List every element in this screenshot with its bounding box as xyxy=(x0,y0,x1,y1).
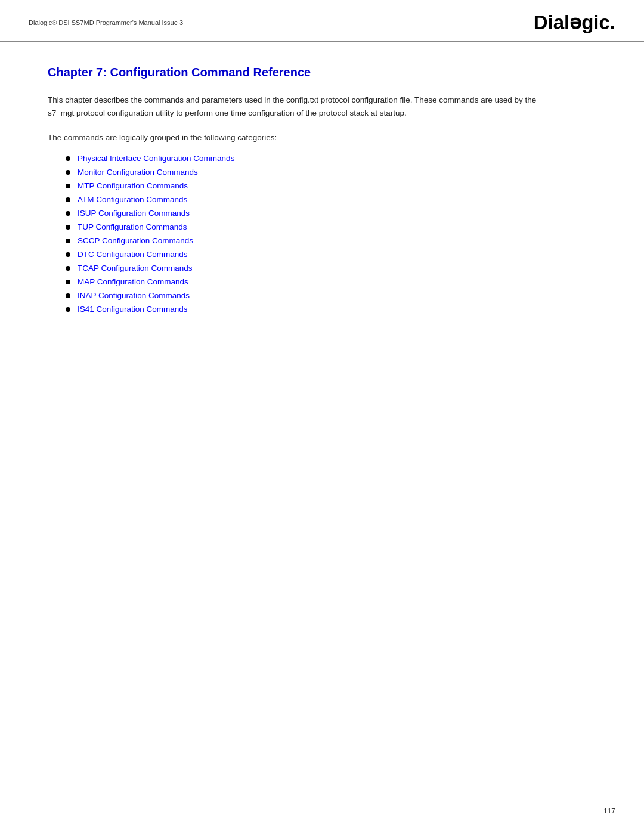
list-item-link-map[interactable]: MAP Configuration Commands xyxy=(78,277,188,286)
footer-line xyxy=(544,803,615,803)
page-number: 117 xyxy=(603,807,615,815)
bullet-dot xyxy=(66,156,70,161)
main-content: Chapter 7: Configuration Command Referen… xyxy=(0,42,644,354)
list-item-link-monitor[interactable]: Monitor Configuration Commands xyxy=(78,168,198,176)
list-item-link-inap[interactable]: INAP Configuration Commands xyxy=(78,291,190,300)
list-item: DTC Configuration Commands xyxy=(66,250,596,259)
list-item: MTP Configuration Commands xyxy=(66,181,596,190)
list-item: MAP Configuration Commands xyxy=(66,277,596,286)
chapter-intro-text: The commands are logically grouped in th… xyxy=(48,131,596,144)
bullet-dot xyxy=(66,293,70,298)
list-item: Physical Interface Configuration Command… xyxy=(66,154,596,163)
page-footer: 117 xyxy=(544,803,615,815)
list-item: TCAP Configuration Commands xyxy=(66,264,596,272)
bullet-dot xyxy=(66,239,70,243)
list-item-link-isup[interactable]: ISUP Configuration Commands xyxy=(78,209,190,218)
list-item: INAP Configuration Commands xyxy=(66,291,596,300)
list-item-link-mtp[interactable]: MTP Configuration Commands xyxy=(78,181,188,190)
list-item-link-dtc[interactable]: DTC Configuration Commands xyxy=(78,250,188,259)
list-item-link-is41[interactable]: IS41 Configuration Commands xyxy=(78,305,188,314)
bullet-dot xyxy=(66,197,70,202)
list-item: SCCP Configuration Commands xyxy=(66,236,596,245)
dialogic-logo: Dialəgic. xyxy=(534,11,615,34)
bullet-dot xyxy=(66,266,70,271)
bullet-dot xyxy=(66,184,70,188)
chapter-description-1: This chapter describes the commands and … xyxy=(48,94,537,119)
list-item-link-physical-interface[interactable]: Physical Interface Configuration Command… xyxy=(78,154,234,163)
list-item: Monitor Configuration Commands xyxy=(66,168,596,176)
list-item: ATM Configuration Commands xyxy=(66,195,596,204)
list-item-link-tcap[interactable]: TCAP Configuration Commands xyxy=(78,264,193,272)
bullet-dot xyxy=(66,225,70,230)
header-title: Dialogic® DSI SS7MD Programmer's Manual … xyxy=(29,19,183,26)
chapter-title: Chapter 7: Configuration Command Referen… xyxy=(48,66,596,79)
list-item: TUP Configuration Commands xyxy=(66,222,596,231)
commands-list: Physical Interface Configuration Command… xyxy=(66,154,596,314)
bullet-dot xyxy=(66,252,70,257)
bullet-dot xyxy=(66,307,70,312)
list-item: ISUP Configuration Commands xyxy=(66,209,596,218)
page-header: Dialogic® DSI SS7MD Programmer's Manual … xyxy=(0,0,644,42)
list-item: IS41 Configuration Commands xyxy=(66,305,596,314)
list-item-link-atm[interactable]: ATM Configuration Commands xyxy=(78,195,187,204)
list-item-link-tup[interactable]: TUP Configuration Commands xyxy=(78,222,187,231)
bullet-dot xyxy=(66,280,70,284)
bullet-dot xyxy=(66,170,70,175)
list-item-link-sccp[interactable]: SCCP Configuration Commands xyxy=(78,236,193,245)
bullet-dot xyxy=(66,211,70,216)
